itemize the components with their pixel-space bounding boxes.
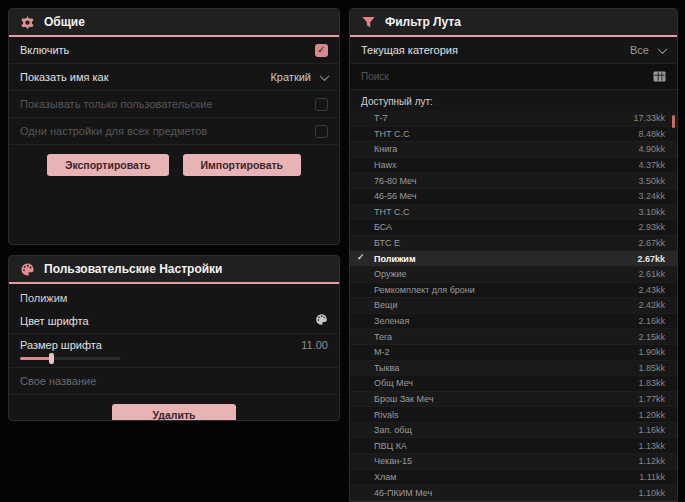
category-dropdown[interactable]: Все [630,44,666,56]
loot-item-name: Rivals [374,410,399,420]
font-size-label: Размер шрифта [20,339,102,351]
loot-item-name: 46-56 Меч [374,191,417,201]
chevron-down-icon [320,71,330,81]
show-name-as-label: Показать имя как [20,71,109,83]
font-size-value: 11.00 [301,339,328,351]
loot-item-row[interactable]: БСА2.93kk [350,220,677,236]
loot-item-row[interactable]: 46-ПКИМ Меч1.10kk [350,485,677,501]
loot-item-row[interactable]: Rivals1.20kk [350,407,677,423]
loot-item-value: 2.15kk [638,332,665,342]
loot-item-name: БСА [374,222,392,232]
loot-item-value: 1.85kk [638,363,665,373]
custom-name-input[interactable] [20,375,328,387]
export-import-row: Экспортировать Импортировать [9,145,339,185]
loot-item-name: Общ Меч [374,378,413,388]
funnel-icon [361,15,376,30]
available-loot-title: Доступный лут: [350,90,677,111]
loot-item-row[interactable]: Вещи2.42kk [350,298,677,314]
loot-item-name: Тыква [374,363,399,373]
enable-row[interactable]: Включить ✓ [9,37,339,64]
loot-item-name: Книга [374,144,397,154]
name-format-dropdown[interactable]: Краткий [270,71,328,83]
category-label: Текущая категория [361,44,458,56]
loot-item-value: 2.67kk [638,238,665,248]
loot-item-name: ТНТ С.С [374,207,410,217]
loot-item-row[interactable]: Хлам1.11kk [350,470,677,486]
show-only-custom-checkbox[interactable] [315,98,328,111]
font-size-row: Размер шрифта 11.00 [9,334,339,368]
show-only-custom-row[interactable]: Показывать только пользовательские [9,91,339,118]
slider-thumb[interactable] [49,353,54,364]
font-size-slider[interactable] [20,357,120,360]
gear-icon [20,15,35,30]
loot-item-value: 17.33kk [633,113,665,123]
same-settings-label: Одни настройки для всех предметов [20,125,207,137]
name-format-value: Краткий [270,71,311,83]
loot-item-row[interactable]: 76-80 Меч3.50kk [350,173,677,189]
general-settings-panel: Общие Включить ✓ Показать имя как Кратки… [8,8,340,245]
selected-item-name: Полижим [9,284,339,308]
loot-item-name: Т-7 [374,113,388,123]
loot-filter-title: Фильтр Лута [385,15,461,29]
loot-item-name: Хлам [374,472,396,482]
loot-filter-panel: Фильтр Лута Текущая категория Все Доступ… [349,8,678,502]
font-color-label: Цвет шрифта [20,315,89,327]
custom-name-row [9,368,339,395]
loot-item-value: 2.67kk [637,254,665,264]
show-name-as-row: Показать имя как Краткий [9,64,339,91]
loot-item-value: 1.11kk [639,472,665,482]
loot-item-value: 1.90kk [638,347,665,357]
table-icon[interactable] [653,68,666,86]
loot-item-row[interactable]: ТНТ С.С3.10kk [350,205,677,221]
loot-item-row[interactable]: ТНТ С.С8.48kk [350,127,677,143]
loot-item-row[interactable]: Hawx4.37kk [350,158,677,174]
palette-icon [20,262,35,277]
color-palette-icon[interactable] [315,313,328,328]
loot-item-value: 3.50kk [638,176,665,186]
search-input[interactable] [361,71,653,82]
loot-item-row[interactable]: Зап. общ1.16kk [350,423,677,439]
export-button[interactable]: Экспортировать [47,154,169,176]
loot-item-row[interactable]: Общ Меч1.83kk [350,376,677,392]
enable-checkbox[interactable]: ✓ [315,44,328,57]
loot-item-row[interactable]: Чекан-151.12kk [350,454,677,470]
same-settings-checkbox[interactable] [315,125,328,138]
loot-item-name: Тега [374,332,392,342]
loot-item-row[interactable]: БТС Е2.67kk [350,236,677,252]
import-button[interactable]: Импортировать [183,154,302,176]
loot-item-row[interactable]: ✓Полижим2.67kk [350,251,677,267]
loot-item-value: 1.12kk [638,456,665,466]
font-color-row[interactable]: Цвет шрифта [9,308,339,334]
loot-item-row[interactable]: Тыква1.85kk [350,361,677,377]
loot-filter-header: Фильтр Лута [350,9,677,37]
loot-item-row[interactable]: Тега2.15kk [350,329,677,345]
loot-item-name: 46-ПКИМ Меч [374,488,432,498]
loot-item-name: Брош Зак Меч [374,394,434,404]
loot-item-value: 2.93kk [638,222,665,232]
search-row [350,64,677,90]
loot-item-value: 2.61kk [638,269,665,279]
loot-item-name: Зап. общ [374,425,412,435]
loot-item-name: 76-80 Меч [374,176,417,186]
loot-item-name: Вещи [374,300,397,310]
show-only-custom-label: Показывать только пользовательские [20,98,213,110]
loot-item-name: Ремкомплект для брони [374,285,475,295]
loot-item-row[interactable]: Т-717.33kk [350,111,677,127]
loot-item-row[interactable]: М-21.90kk [350,345,677,361]
scrollbar-thumb[interactable] [672,115,675,128]
loot-item-row[interactable]: Книга4.90kk [350,142,677,158]
loot-item-name: Оружие [374,269,407,279]
slider-fill [20,357,52,360]
loot-item-row[interactable]: 46-56 Меч3.24kk [350,189,677,205]
loot-item-row[interactable]: Брош Зак Меч1.77kk [350,392,677,408]
category-value: Все [630,44,649,56]
loot-item-row[interactable]: ПВЦ КА1.13kk [350,438,677,454]
loot-item-row[interactable]: Оружие2.61kk [350,267,677,283]
check-icon: ✓ [317,45,325,55]
loot-item-value: 4.37kk [638,160,665,170]
user-settings-header: Пользовательские Настройки [9,256,339,284]
same-settings-row[interactable]: Одни настройки для всех предметов [9,118,339,145]
loot-item-row[interactable]: Зеленая2.16kk [350,314,677,330]
delete-button[interactable]: Удалить [112,404,235,421]
loot-item-row[interactable]: Ремкомплект для брони2.43kk [350,283,677,299]
